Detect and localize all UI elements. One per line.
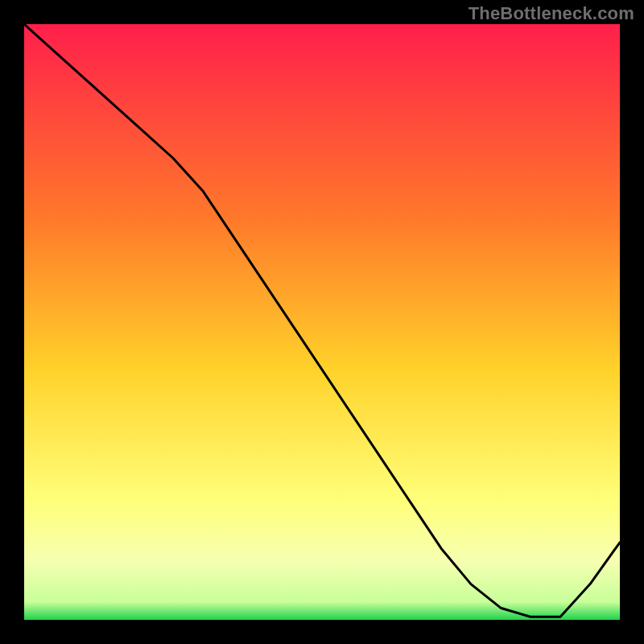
plot-area bbox=[24, 24, 620, 620]
plot-svg bbox=[24, 24, 620, 620]
gradient-background bbox=[24, 24, 620, 620]
attribution-text: TheBottleneck.com bbox=[469, 3, 634, 24]
chart-stage: TheBottleneck.com bbox=[0, 0, 644, 644]
